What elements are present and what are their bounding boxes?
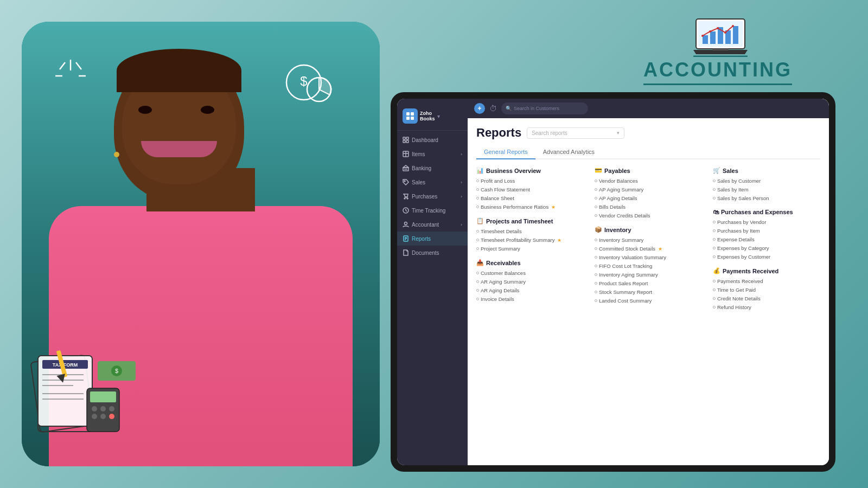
sidebar-item-reports[interactable]: Reports — [397, 232, 468, 246]
link-expense-details[interactable]: Expense Details — [713, 236, 820, 242]
sidebar-item-sales[interactable]: Sales › — [397, 175, 468, 189]
svg-rect-47 — [406, 117, 410, 120]
svg-rect-34 — [710, 31, 716, 44]
user-icon — [403, 221, 409, 228]
dot-sales-item — [713, 188, 716, 191]
link-ar-aging-summary[interactable]: AR Aging Summary — [476, 279, 584, 285]
purchases-expenses-icon: 🛍 — [713, 209, 719, 215]
projects-icon: 📋 — [476, 217, 484, 224]
svg-line-67 — [406, 210, 407, 211]
section-projects-timesheet: 📋 Projects and Timesheet Timesheet Detai… — [476, 217, 584, 252]
add-button[interactable]: + — [474, 103, 485, 114]
dot-purchases-vendor — [713, 221, 716, 223]
dot-credit-note — [713, 297, 716, 300]
link-refund-history[interactable]: Refund History — [713, 304, 820, 310]
tab-advanced-analytics[interactable]: Advanced Analytics — [535, 145, 602, 158]
reports-search-box[interactable]: Search reports ▾ — [527, 127, 624, 139]
svg-point-22 — [109, 406, 114, 412]
sidebar-item-documents[interactable]: Documents — [397, 246, 468, 260]
link-landed-cost[interactable]: Landed Cost Summary — [595, 298, 702, 304]
link-fifo[interactable]: FIFO Cost Lot Tracking — [595, 263, 702, 269]
sidebar-label-purchases: Purchases — [412, 194, 437, 200]
dot-product-sales — [595, 282, 597, 285]
link-purchases-item[interactable]: Purchases by Item — [713, 228, 820, 234]
dot-inventory-summary — [595, 239, 597, 241]
payments-icon: 💰 — [713, 267, 720, 274]
svg-rect-37 — [733, 26, 738, 44]
sidebar-label-documents: Documents — [412, 250, 439, 256]
svg-rect-50 — [406, 137, 409, 139]
link-bills-details[interactable]: Bills Details — [595, 204, 702, 210]
link-customer-balances[interactable]: Customer Balances — [476, 270, 584, 276]
search-topbar-icon: 🔍 — [506, 106, 512, 111]
link-committed-stock[interactable]: Committed Stock Details ★ — [595, 246, 702, 252]
link-expenses-customer[interactable]: Expenses by Customer — [713, 254, 820, 260]
link-ap-aging-summary[interactable]: AP Aging Summary — [595, 187, 702, 192]
link-invoice-details[interactable]: Invoice Details — [476, 296, 584, 302]
logo-box — [403, 108, 418, 124]
link-vendor-balances[interactable]: Vendor Balances — [595, 178, 702, 184]
purchases-arrow: › — [461, 194, 462, 199]
svg-point-40 — [717, 27, 719, 29]
sidebar-item-purchases[interactable]: Purchases › — [397, 189, 468, 203]
svg-point-39 — [709, 30, 711, 33]
dot-bills-details — [595, 206, 597, 208]
dot-business-performance — [476, 206, 479, 208]
link-purchases-vendor[interactable]: Purchases by Vendor — [713, 219, 820, 225]
link-time-to-get-paid[interactable]: Time to Get Paid — [713, 287, 820, 293]
link-ar-aging-details[interactable]: AR Aging Details — [476, 287, 584, 293]
link-sales-by-person[interactable]: Sales by Sales Person — [713, 195, 820, 201]
sidebar-item-dashboard[interactable]: Dashboard — [397, 133, 468, 147]
bank-icon — [403, 165, 409, 171]
dot-cashflow — [476, 188, 479, 191]
logo-zoho: Zoho — [420, 111, 435, 116]
link-credit-note[interactable]: Credit Note Details — [713, 296, 820, 301]
section-sales: 🛒 Sales Sales by Customer — [713, 167, 820, 201]
sidebar-item-timetracking[interactable]: Time Tracking — [397, 203, 468, 217]
dot-inventory-aging — [595, 273, 597, 276]
link-balance-sheet[interactable]: Balance Sheet — [476, 195, 584, 201]
link-profit-loss[interactable]: Profit and Loss — [476, 178, 584, 184]
link-inventory-summary[interactable]: Inventory Summary — [595, 237, 702, 243]
sidebar-item-accountant[interactable]: Accountant › — [397, 217, 468, 232]
dot-payments-received — [713, 280, 716, 282]
report-icon — [403, 235, 409, 242]
svg-text:$: $ — [300, 74, 307, 88]
link-inventory-aging[interactable]: Inventory Aging Summary — [595, 272, 702, 278]
topbar-search[interactable]: 🔍 Search in Customers — [501, 102, 588, 114]
svg-rect-51 — [403, 140, 405, 143]
link-timesheet-profitability[interactable]: Timesheet Profitability Summary ★ — [476, 237, 584, 243]
link-vendor-credits[interactable]: Vendor Credits Details — [595, 213, 702, 219]
link-project-summary[interactable]: Project Summary — [476, 246, 584, 252]
dot-timesheet — [476, 230, 479, 233]
section-title-payments: 💰 Payments Received — [713, 267, 820, 274]
svg-text:TAX FORM: TAX FORM — [53, 362, 78, 368]
dot-committed-stock — [595, 247, 597, 250]
link-sales-by-item[interactable]: Sales by Item — [713, 187, 820, 192]
earring — [114, 152, 119, 157]
link-payments-received[interactable]: Payments Received — [713, 278, 820, 284]
tag-icon — [403, 179, 409, 185]
section-payables: 💳 Payables Vendor Balances — [595, 167, 702, 219]
section-payments-received: 💰 Payments Received Payments Received — [713, 267, 820, 310]
dot-ap-aging-summary — [595, 188, 597, 191]
sidebar-label-reports: Reports — [412, 236, 431, 242]
tab-general-reports[interactable]: General Reports — [476, 145, 535, 159]
section-title-receivables: 📥 Receivables — [476, 259, 584, 266]
link-inventory-valuation[interactable]: Inventory Valuation Summary — [595, 254, 702, 260]
link-timesheet-details[interactable]: Timesheet Details — [476, 228, 584, 234]
link-product-sales[interactable]: Product Sales Report — [595, 280, 702, 286]
link-sales-by-customer[interactable]: Sales by Customer — [713, 178, 820, 184]
logo-chevron[interactable]: ▾ — [437, 113, 440, 119]
link-stock-summary[interactable]: Stock Summary Report — [595, 289, 702, 295]
link-expenses-category[interactable]: Expenses by Category — [713, 245, 820, 251]
reports-tabs: General Reports Advanced Analytics — [476, 145, 820, 159]
link-business-performance[interactable]: Business Performance Ratios ★ — [476, 204, 584, 210]
sidebar-item-items[interactable]: Items › — [397, 147, 468, 161]
sidebar-item-banking[interactable]: Banking — [397, 161, 468, 175]
section-purchases-expenses: 🛍 Purchases and Expenses Purchases by Ve… — [713, 209, 820, 260]
link-ap-aging-details[interactable]: AP Aging Details — [595, 195, 702, 201]
sidebar-label-sales: Sales — [412, 179, 425, 185]
link-cashflow[interactable]: Cash Flow Statement — [476, 187, 584, 192]
svg-marker-57 — [403, 165, 409, 168]
